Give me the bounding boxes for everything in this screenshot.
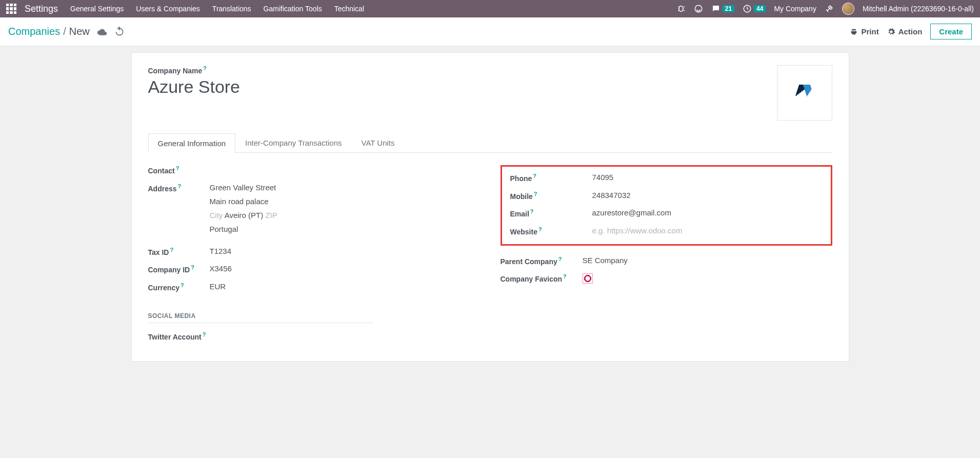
email-label: Email? <box>510 208 592 218</box>
tab-general-information[interactable]: General Information <box>148 133 236 153</box>
chat-icon <box>711 4 721 13</box>
debug-icon[interactable] <box>676 4 686 13</box>
help-icon[interactable]: ? <box>203 331 206 337</box>
form-sheet: Company Name? Azure Store General Inform… <box>131 52 849 362</box>
email-field[interactable]: azurestore@gmail.com <box>592 208 823 217</box>
menu-translations[interactable]: Translations <box>212 5 251 13</box>
discard-icon[interactable] <box>114 27 125 37</box>
parent-company-field[interactable]: SE Company <box>583 256 832 265</box>
menu-gamification-tools[interactable]: Gamification Tools <box>264 5 322 13</box>
website-field[interactable]: e.g. https://www.odoo.com <box>592 226 823 235</box>
company-logo[interactable] <box>777 65 832 121</box>
social-media-header: SOCIAL MEDIA <box>148 312 374 323</box>
gear-icon <box>887 28 895 36</box>
avatar[interactable] <box>842 3 854 15</box>
help-icon[interactable]: ? <box>191 264 194 270</box>
twitter-label: Twitter Account? <box>148 331 210 341</box>
city-field[interactable]: City <box>210 211 223 220</box>
activities-button[interactable]: 44 <box>743 4 766 13</box>
support-icon[interactable] <box>694 4 703 13</box>
tab-vat-units[interactable]: VAT Units <box>352 133 405 152</box>
favicon-icon <box>583 273 593 284</box>
zip-field[interactable]: ZIP <box>265 211 277 220</box>
breadcrumb-separator: / <box>63 26 66 37</box>
action-label: Action <box>898 27 923 36</box>
menu-users-companies[interactable]: Users & Companies <box>136 5 200 13</box>
help-icon[interactable]: ? <box>530 208 534 214</box>
currency-field[interactable]: EUR <box>210 282 480 291</box>
save-cloud-icon[interactable] <box>97 27 107 37</box>
help-icon[interactable]: ? <box>181 282 184 288</box>
breadcrumb-root[interactable]: Companies <box>8 26 60 37</box>
help-icon[interactable]: ? <box>558 256 562 262</box>
print-label: Print <box>861 27 878 36</box>
print-icon <box>850 28 858 36</box>
mobile-field[interactable]: 248347032 <box>592 191 823 200</box>
form-scroll[interactable]: Company Name? Azure Store General Inform… <box>0 46 980 455</box>
mobile-label: Mobile? <box>510 191 592 201</box>
help-icon[interactable]: ? <box>178 183 182 189</box>
currency-label: Currency? <box>148 282 210 292</box>
street2-field[interactable]: Main road palace <box>210 197 480 206</box>
form-left-column: Contact? Address? Green Valley Street Ma… <box>148 165 480 341</box>
company-id-label: Company ID? <box>148 264 210 274</box>
messages-badge: 21 <box>723 5 734 12</box>
help-icon[interactable]: ? <box>203 65 207 71</box>
tabs: General Information Inter-Company Transa… <box>148 133 832 153</box>
company-name-label: Company Name? <box>148 65 241 75</box>
breadcrumb: Companies / New <box>8 26 90 37</box>
app-title: Settings <box>25 4 58 14</box>
highlight-box: Phone? 74095 Mobile? 248347032 Email? az… <box>501 165 832 246</box>
logo-mark-icon <box>794 83 815 103</box>
help-icon[interactable]: ? <box>170 247 173 253</box>
contact-label: Contact? <box>148 165 210 175</box>
breadcrumb-current: New <box>69 26 90 37</box>
favicon-label: Company Favicon? <box>501 273 583 283</box>
tools-icon[interactable] <box>825 4 834 13</box>
state-field[interactable]: Aveiro (PT) <box>225 211 264 220</box>
company-name-field[interactable]: Azure Store <box>148 77 241 97</box>
help-icon[interactable]: ? <box>176 165 179 171</box>
activities-badge: 44 <box>754 5 766 12</box>
create-button[interactable]: Create <box>930 24 972 39</box>
topbar: Settings General Settings Users & Compan… <box>0 0 980 17</box>
clock-icon <box>743 4 752 13</box>
user-name[interactable]: Mitchell Admin (22263690-16-0-all) <box>863 5 974 13</box>
main-menu: General Settings Users & Companies Trans… <box>70 5 364 13</box>
address-label: Address? <box>148 183 210 193</box>
tax-id-label: Tax ID? <box>148 247 210 256</box>
help-icon[interactable]: ? <box>563 273 567 280</box>
action-button[interactable]: Action <box>883 25 927 38</box>
help-icon[interactable]: ? <box>533 173 536 179</box>
company-id-field[interactable]: X3456 <box>210 264 480 273</box>
help-icon[interactable]: ? <box>538 226 542 232</box>
phone-field[interactable]: 74095 <box>592 173 823 182</box>
headerbar: Companies / New Print Action Create <box>0 17 980 46</box>
company-switcher[interactable]: My Company <box>774 5 816 13</box>
parent-company-label: Parent Company? <box>501 256 583 266</box>
messages-button[interactable]: 21 <box>711 4 734 13</box>
help-icon[interactable]: ? <box>534 191 537 197</box>
print-button[interactable]: Print <box>846 25 883 38</box>
apps-icon[interactable] <box>6 4 16 14</box>
tab-inter-company[interactable]: Inter-Company Transactions <box>235 133 351 152</box>
menu-technical[interactable]: Technical <box>334 5 364 13</box>
country-field[interactable]: Portugal <box>210 225 480 233</box>
favicon-field[interactable] <box>583 273 832 285</box>
website-label: Website? <box>510 226 592 236</box>
topbar-right: 21 44 My Company Mitchell Admin (2226369… <box>676 3 974 15</box>
phone-label: Phone? <box>510 173 592 183</box>
street-field[interactable]: Green Valley Street <box>210 183 480 192</box>
menu-general-settings[interactable]: General Settings <box>70 5 124 13</box>
form-right-column: Phone? 74095 Mobile? 248347032 Email? az… <box>501 165 832 341</box>
tax-id-field[interactable]: T1234 <box>210 247 480 255</box>
